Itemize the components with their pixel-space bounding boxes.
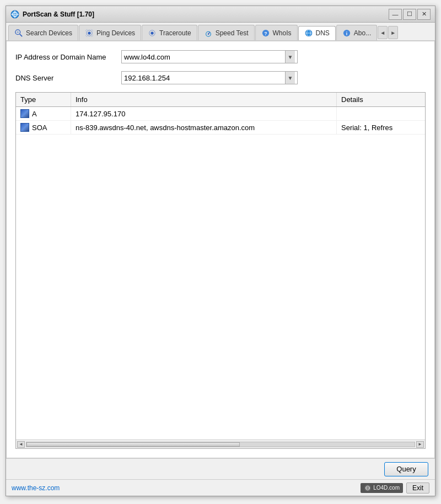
dns-record-icon	[20, 109, 29, 118]
main-window: PortScan & Stuff [1.70] — ☐ ✕ Search Dev…	[6, 6, 435, 496]
svg-text:i: i	[346, 30, 347, 36]
logo-area: LO4D.com Exit	[361, 482, 429, 494]
svg-point-10	[150, 31, 153, 34]
dns-record-icon-2	[20, 123, 29, 132]
row-2-info: ns-839.awsdns-40.net, awsdns-hostmaster.…	[71, 121, 337, 134]
dns-server-value: 192.168.1.254	[124, 74, 285, 82]
row-1-details	[337, 107, 425, 120]
tab-traceroute[interactable]: Traceroute	[142, 25, 197, 40]
whois-icon: ?	[261, 29, 270, 37]
tab-dns-label: DNS	[316, 29, 330, 37]
minimize-button[interactable]: —	[389, 9, 402, 20]
dns-server-dropdown-arrow[interactable]: ▼	[285, 72, 295, 84]
ip-address-value: www.lo4d.com	[124, 53, 285, 61]
traceroute-icon	[148, 29, 157, 37]
logo-badge: LO4D.com	[361, 483, 403, 493]
ip-address-row: IP Address or Domain Name www.lo4d.com ▼	[15, 50, 426, 63]
tab-traceroute-label: Traceroute	[159, 29, 191, 37]
svg-point-13	[207, 33, 209, 35]
status-bar: www.the-sz.com LO4D.com Exit	[6, 479, 435, 496]
speed-test-icon	[204, 29, 213, 37]
table-row[interactable]: A 174.127.95.170	[16, 107, 425, 121]
website-link[interactable]: www.the-sz.com	[12, 484, 60, 492]
search-devices-icon	[14, 29, 23, 37]
tab-bar: Search Devices Ping Devices Traceroute	[6, 23, 435, 41]
row-2-details: Serial: 1, Refres	[337, 121, 425, 134]
svg-point-7	[88, 31, 90, 34]
content-area: IP Address or Domain Name www.lo4d.com ▼…	[6, 41, 435, 458]
tab-speed-test-label: Speed Test	[216, 29, 249, 37]
row-1-info: 174.127.95.170	[71, 107, 337, 120]
row-1-type: A	[16, 107, 71, 120]
logo-icon	[364, 484, 372, 492]
scroll-track[interactable]	[26, 442, 415, 447]
dns-server-label: DNS Server	[15, 74, 115, 82]
tab-whois[interactable]: ? WhoIs	[255, 25, 298, 40]
svg-text:?: ?	[264, 30, 267, 36]
table-row[interactable]: SOA ns-839.awsdns-40.net, awsdns-hostmas…	[16, 121, 425, 135]
table-body: A 174.127.95.170 SOA ns-839.awsdns-40.ne…	[16, 107, 425, 439]
tab-about[interactable]: i Abo...	[336, 25, 377, 40]
svg-point-6	[17, 31, 19, 33]
tab-dns[interactable]: DNS	[298, 26, 336, 41]
ip-address-dropdown-arrow[interactable]: ▼	[285, 51, 295, 63]
table-header: Type Info Details	[16, 93, 425, 107]
tab-whois-label: WhoIs	[273, 29, 292, 37]
ip-address-combo[interactable]: www.lo4d.com ▼	[121, 50, 298, 63]
dns-icon	[304, 29, 313, 37]
window-controls: — ☐ ✕	[389, 9, 431, 20]
about-icon: i	[342, 29, 351, 37]
close-button[interactable]: ✕	[417, 9, 431, 20]
column-details: Details	[337, 93, 425, 106]
tab-prev-button[interactable]: ◄	[378, 26, 388, 39]
row-2-type: SOA	[16, 121, 71, 134]
app-icon	[10, 10, 19, 19]
scroll-right-arrow[interactable]: ►	[416, 441, 424, 448]
results-table: Type Info Details A 174.127.95.170 SOA	[15, 92, 426, 449]
scroll-thumb[interactable]	[26, 442, 240, 447]
tab-ping-devices[interactable]: Ping Devices	[79, 25, 141, 40]
horizontal-scrollbar[interactable]: ◄ ►	[16, 439, 425, 448]
svg-line-5	[20, 34, 22, 36]
tab-speed-test[interactable]: Speed Test	[198, 25, 255, 40]
logo-text: LO4D.com	[373, 485, 400, 491]
query-button[interactable]: Query	[384, 462, 428, 476]
window-title: PortScan & Stuff [1.70]	[23, 10, 389, 18]
ip-address-label: IP Address or Domain Name	[15, 53, 115, 61]
column-info: Info	[71, 93, 337, 106]
bottom-bar: Query	[6, 458, 435, 479]
tab-about-label: Abo...	[354, 29, 371, 37]
dns-server-row: DNS Server 192.168.1.254 ▼	[15, 71, 426, 84]
tab-search-devices-label: Search Devices	[26, 29, 72, 37]
maximize-button[interactable]: ☐	[403, 9, 416, 20]
tab-next-button[interactable]: ►	[388, 26, 398, 39]
exit-button[interactable]: Exit	[406, 482, 429, 494]
tab-search-devices[interactable]: Search Devices	[8, 25, 78, 40]
tab-ping-devices-label: Ping Devices	[96, 29, 135, 37]
scroll-left-arrow[interactable]: ◄	[17, 441, 25, 448]
title-bar: PortScan & Stuff [1.70] — ☐ ✕	[6, 6, 435, 23]
dns-server-combo[interactable]: 192.168.1.254 ▼	[121, 71, 298, 84]
ping-devices-icon	[85, 29, 94, 37]
column-type: Type	[16, 93, 71, 106]
